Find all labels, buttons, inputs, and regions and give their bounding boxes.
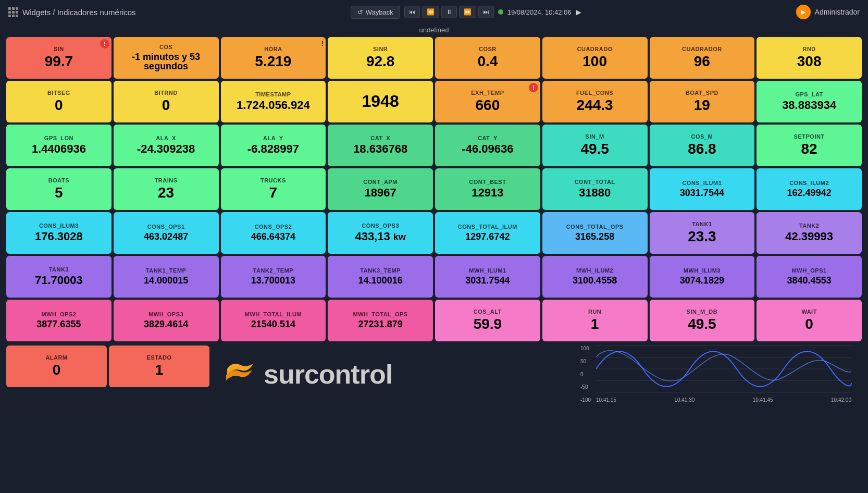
row-6: TANK3 71.70003 TANK1_TEMP 14.000015 TANK… xyxy=(6,256,862,298)
header: Widgets / Indicadores numéricos ↺ Waybac… xyxy=(0,0,868,24)
header-center: ↺ Wayback ⏮ ⏪ ⏸ ⏩ ⏭ 19/08/2024, 10:42:06… xyxy=(351,6,581,19)
cell-tank3: TANK3 71.70003 xyxy=(6,256,111,298)
rewind-button[interactable]: ⏮ xyxy=(404,6,420,18)
cell-cons-ilum3: CONS_ILUM3 176.3028 xyxy=(6,212,111,254)
cell-tank3-temp: TANK3_TEMP 14.100016 xyxy=(328,256,433,298)
cell-cos: COS -1 minutos y 53 segundos xyxy=(114,37,219,79)
next-button[interactable]: ⏩ xyxy=(459,6,476,18)
chart-x-labels: 10:41:15 10:41:30 10:41:45 10:42:00 xyxy=(596,397,851,403)
cell-1948: 1948 xyxy=(328,81,433,122)
grid-icon xyxy=(8,7,18,17)
cell-ala-x: ALA_X -24.309238 xyxy=(114,125,219,166)
cell-setpoint: SETPOINT 82 xyxy=(757,125,862,166)
cell-ala-y: ALA_Y -6.828997 xyxy=(221,125,326,166)
cell-run: RUN 1 xyxy=(542,300,648,341)
pause-button[interactable]: ⏸ xyxy=(441,6,457,18)
row-4: BOATS 5 TRAINS 23 TRUCKS 7 CONT_APM 1896… xyxy=(6,168,862,210)
cell-cat-x: CAT_X 18.636768 xyxy=(328,125,433,166)
play-button[interactable]: ▶ xyxy=(576,8,581,16)
cell-cons-ops2: CONS_OPS2 466.64374 xyxy=(221,212,326,254)
cell-bitrnd: BITRND 0 xyxy=(114,81,219,122)
surcontrol-logo-text: surcontrol xyxy=(264,359,392,390)
timestamp-display: 19/08/2024, 10:42:06 xyxy=(507,8,572,16)
chart-y-axis: 100 50 0 -50 -100 xyxy=(580,346,593,403)
cell-hora: ! HORA 5.219 xyxy=(221,37,326,79)
cell-cons-ilum1: CONS_ILUM1 3031.7544 xyxy=(650,168,755,210)
chart-container: 100 50 0 -50 -100 xyxy=(580,346,851,403)
cell-mwh-ilum2: MWH_ILUM2 3100.4558 xyxy=(542,256,648,298)
cell-mwh-ops3: MWH_OPS3 3829.4614 xyxy=(114,300,219,341)
status-dot xyxy=(498,9,503,15)
wayback-label: Wayback xyxy=(366,8,393,16)
cell-sinr: SINR 92.8 xyxy=(328,37,433,79)
cell-cuadrado: CUADRADO 100 xyxy=(542,37,648,79)
widget-grid: ! SIN 99.7 COS -1 minutos y 53 segundos … xyxy=(6,37,862,403)
cell-cons-ops3: CONS_OPS3 433,13 kw xyxy=(328,212,433,254)
cell-sin-m: SIN_M 49.5 xyxy=(542,125,648,166)
admin-label: Administrador xyxy=(815,8,860,16)
row-3: GPS_LON 1.4406936 ALA_X -24.309238 ALA_Y… xyxy=(6,125,862,166)
cell-cos-alt: COS_ALT 59.9 xyxy=(435,300,540,341)
cell-mwh-total-ops: MWH_TOTAL_OPS 27231.879 xyxy=(328,300,433,341)
cell-rnd: RND 308 xyxy=(757,37,862,79)
row-5: CONS_ILUM3 176.3028 CONS_OPS1 463.02487 … xyxy=(6,212,862,254)
main-content: undefined ! SIN 99.7 COS -1 minutos y 53… xyxy=(0,24,868,405)
admin-play-icon: ▶ xyxy=(796,5,811,19)
row-8: ALARM 0 ESTADO 1 surcontrol xyxy=(6,346,862,403)
prev-button[interactable]: ⏪ xyxy=(422,6,439,18)
breadcrumb: Widgets / Indicadores numéricos xyxy=(22,8,136,17)
cell-timestamp: TIMESTAMP 1.724.056.924 xyxy=(221,81,326,122)
cell-gps-lon: GPS_LON 1.4406936 xyxy=(6,125,111,166)
cell-mwh-ilum1: MWH_ILUM1 3031.7544 xyxy=(435,256,540,298)
chart-svg xyxy=(596,346,851,392)
cell-mwh-ops1: MWH_OPS1 3840.4553 xyxy=(757,256,862,298)
cell-trains: TRAINS 23 xyxy=(114,168,219,210)
cell-mwh-ops2: MWH_OPS2 3877.6355 xyxy=(6,300,111,341)
alert-badge-sin: ! xyxy=(100,39,109,48)
cell-cont-total: CONT_TOTAL 31880 xyxy=(542,168,648,210)
cell-cons-total-ilum: CONS_TOTAL_ILUM 1297.6742 xyxy=(435,212,540,254)
cell-cosr: COSR 0.4 xyxy=(435,37,540,79)
cell-boats: BOATS 5 xyxy=(6,168,111,210)
cell-cont-apm: CONT_APM 18967 xyxy=(328,168,433,210)
cell-cuadrador: CUADRADOR 96 xyxy=(650,37,755,79)
header-right: ▶ Administrador xyxy=(796,5,860,19)
cell-sin: ! SIN 99.7 xyxy=(6,37,111,79)
page-subtitle: undefined xyxy=(6,26,862,34)
bottom-right: surcontrol 100 50 0 -50 -100 xyxy=(212,346,862,403)
warn-badge-hora: ! xyxy=(321,39,324,47)
row-2: BITSEG 0 BITRND 0 TIMESTAMP 1.724.056.92… xyxy=(6,81,862,122)
transport-controls: ⏮ ⏪ ⏸ ⏩ ⏭ xyxy=(404,6,494,18)
wayback-icon: ↺ xyxy=(357,8,363,16)
surcontrol-logo-icon xyxy=(222,359,258,390)
cell-wait: WAIT 0 xyxy=(757,300,862,341)
row-8-alarms: ALARM 0 ESTADO 1 xyxy=(6,346,209,387)
row-1: ! SIN 99.7 COS -1 minutos y 53 segundos … xyxy=(6,37,862,79)
cell-fuel-cons: FUEL_CONS 244.3 xyxy=(542,81,648,122)
cell-cont-best: CONT_BEST 12913 xyxy=(435,168,540,210)
wayback-button[interactable]: ↺ Wayback xyxy=(351,6,400,19)
cell-trucks: TRUCKS 7 xyxy=(221,168,326,210)
cell-cos-m: COS_M 86.8 xyxy=(650,125,755,166)
logo-area: surcontrol xyxy=(222,359,392,390)
fastforward-button[interactable]: ⏭ xyxy=(478,6,494,18)
cell-mwh-ilum3: MWH_ILUM3 3074.1829 xyxy=(650,256,755,298)
cell-tank1-temp: TANK1_TEMP 14.000015 xyxy=(114,256,219,298)
cell-tank2: TANK2 42.39993 xyxy=(757,212,862,254)
cell-gps-lat: GPS_LAT 38.883934 xyxy=(757,81,862,122)
cell-boat-spd: BOAT_SPD 19 xyxy=(650,81,755,122)
cell-cons-ilum2: CONS_ILUM2 162.49942 xyxy=(757,168,862,210)
cell-sin-m-db: SIN_M_DB 49.5 xyxy=(650,300,755,341)
cell-estado: ESTADO 1 xyxy=(109,346,209,387)
alert-badge-exh: ! xyxy=(529,83,538,92)
chart-svg-area xyxy=(596,346,851,392)
cell-bitseg: BITSEG 0 xyxy=(6,81,111,122)
cell-cat-y: CAT_Y -46.09636 xyxy=(435,125,540,166)
cell-tank1: TANK1 23.3 xyxy=(650,212,755,254)
cell-exh-temp: ! EXH_TEMP 660 xyxy=(435,81,540,122)
row-7: MWH_OPS2 3877.6355 MWH_OPS3 3829.4614 MW… xyxy=(6,300,862,341)
cell-cons-total-ops: CONS_TOTAL_OPS 3165.258 xyxy=(542,212,648,254)
header-left: Widgets / Indicadores numéricos xyxy=(8,7,136,17)
bottom-left: ALARM 0 ESTADO 1 xyxy=(6,346,209,403)
cell-tank2-temp: TANK2_TEMP 13.700013 xyxy=(221,256,326,298)
